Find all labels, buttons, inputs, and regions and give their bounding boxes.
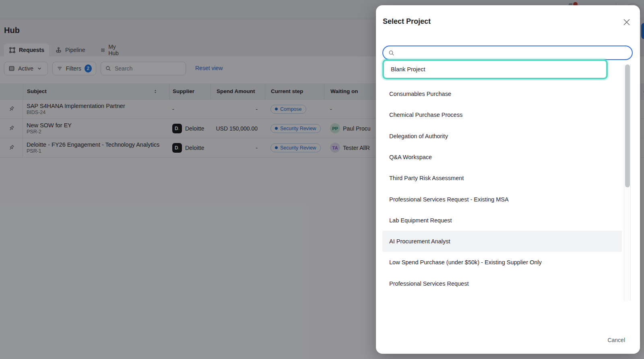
project-search[interactable] <box>382 46 633 60</box>
app-screen: Hub Requests Pipeline My Hub <box>0 0 644 359</box>
cancel-button[interactable]: Cancel <box>594 337 625 343</box>
project-option[interactable]: Consumables Purchase <box>382 83 622 104</box>
project-search-input[interactable] <box>398 50 627 56</box>
project-option-blank-project[interactable]: Blank Project <box>382 59 608 79</box>
project-option[interactable]: Third Party Risk Assessment <box>382 168 622 189</box>
project-option[interactable]: Q&A Workspace <box>382 147 622 168</box>
project-option-hovered[interactable]: AI Procurement Analyst <box>382 231 622 252</box>
close-icon[interactable] <box>622 17 632 27</box>
project-option[interactable]: Low Spend Purchase (under $50k) - Existi… <box>382 252 622 273</box>
project-option[interactable]: Professional Services Request <box>382 273 622 294</box>
search-icon <box>388 50 395 56</box>
modal-scrollbar-thumb[interactable] <box>625 64 630 187</box>
project-option[interactable]: Lab Equipment Request <box>382 210 622 231</box>
project-option[interactable]: Chemical Purchase Process <box>382 104 622 125</box>
project-option[interactable]: Delegation of Authority <box>382 126 622 147</box>
project-option[interactable]: Professional Services Request - Existing… <box>382 189 622 210</box>
modal-title: Select Project <box>383 17 431 26</box>
